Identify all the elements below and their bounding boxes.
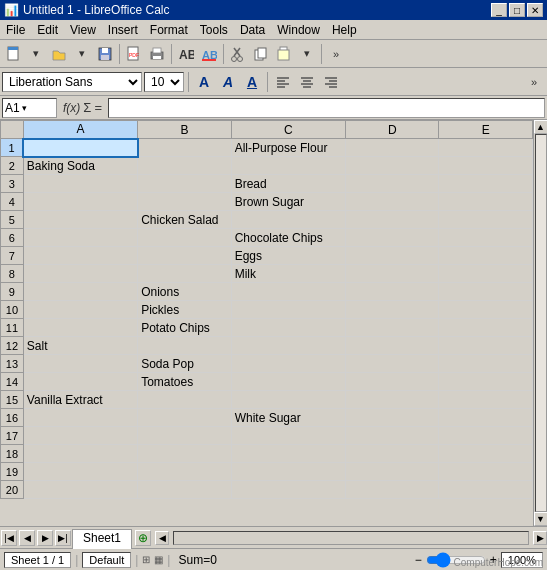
cell-e15[interactable]	[439, 391, 533, 409]
cell-e2[interactable]	[439, 157, 533, 175]
cell-b3[interactable]	[138, 175, 232, 193]
row-header-9[interactable]: 9	[1, 283, 24, 301]
cell-c4[interactable]: Brown Sugar	[231, 193, 345, 211]
cell-e20[interactable]	[439, 481, 533, 499]
new-button[interactable]	[2, 43, 24, 65]
row-header-7[interactable]: 7	[1, 247, 24, 265]
row-header-4[interactable]: 4	[1, 193, 24, 211]
copy-button[interactable]	[250, 43, 272, 65]
menu-view[interactable]: View	[64, 21, 102, 39]
open-dropdown[interactable]: ▾	[71, 43, 93, 65]
menu-tools[interactable]: Tools	[194, 21, 234, 39]
row-header-11[interactable]: 11	[1, 319, 24, 337]
cell-d9[interactable]	[345, 283, 439, 301]
save-button[interactable]	[94, 43, 116, 65]
cell-e11[interactable]	[439, 319, 533, 337]
cell-c5[interactable]	[231, 211, 345, 229]
cell-e14[interactable]	[439, 373, 533, 391]
align-left-button[interactable]	[272, 71, 294, 93]
cell-e16[interactable]	[439, 409, 533, 427]
cell-b7[interactable]	[138, 247, 232, 265]
row-header-5[interactable]: 5	[1, 211, 24, 229]
row-header-13[interactable]: 13	[1, 355, 24, 373]
cell-c1[interactable]: All-Purpose Flour	[231, 139, 345, 157]
row-header-1[interactable]: 1	[1, 139, 24, 157]
sheet-nav-prev[interactable]: ◀	[19, 530, 35, 546]
cell-b10[interactable]: Pickles	[138, 301, 232, 319]
cell-d5[interactable]	[345, 211, 439, 229]
minimize-button[interactable]: _	[491, 3, 507, 17]
cell-d12[interactable]	[345, 337, 439, 355]
cell-c14[interactable]	[231, 373, 345, 391]
cell-a7[interactable]	[23, 247, 137, 265]
row-header-20[interactable]: 20	[1, 481, 24, 499]
row-header-15[interactable]: 15	[1, 391, 24, 409]
cell-b15[interactable]	[138, 391, 232, 409]
cell-ref-arrow[interactable]: ▾	[22, 103, 27, 113]
cell-d10[interactable]	[345, 301, 439, 319]
col-header-e[interactable]: E	[439, 121, 533, 139]
row-header-6[interactable]: 6	[1, 229, 24, 247]
scroll-h-right[interactable]: ▶	[533, 531, 547, 545]
scroll-up-button[interactable]: ▲	[534, 120, 548, 134]
row-header-17[interactable]: 17	[1, 427, 24, 445]
paste-button[interactable]	[273, 43, 295, 65]
row-header-19[interactable]: 19	[1, 463, 24, 481]
cell-b17[interactable]	[138, 427, 232, 445]
close-button[interactable]: ✕	[527, 3, 543, 17]
cell-e18[interactable]	[439, 445, 533, 463]
add-sheet-button[interactable]: ⊕	[135, 530, 151, 546]
menu-window[interactable]: Window	[271, 21, 326, 39]
formula-input[interactable]	[108, 98, 545, 118]
cell-b13[interactable]: Soda Pop	[138, 355, 232, 373]
cell-b5[interactable]: Chicken Salad	[138, 211, 232, 229]
cell-b9[interactable]: Onions	[138, 283, 232, 301]
cell-a12[interactable]: Salt	[23, 337, 137, 355]
menu-edit[interactable]: Edit	[31, 21, 64, 39]
bold-button[interactable]: A	[193, 71, 215, 93]
cell-b14[interactable]: Tomatoes	[138, 373, 232, 391]
cell-e17[interactable]	[439, 427, 533, 445]
align-right-button[interactable]	[320, 71, 342, 93]
cell-d4[interactable]	[345, 193, 439, 211]
scroll-h-left[interactable]: ◀	[155, 531, 169, 545]
cell-d16[interactable]	[345, 409, 439, 427]
row-header-12[interactable]: 12	[1, 337, 24, 355]
cell-e4[interactable]	[439, 193, 533, 211]
paste-dropdown[interactable]: ▾	[296, 43, 318, 65]
cell-c11[interactable]	[231, 319, 345, 337]
row-header-16[interactable]: 16	[1, 409, 24, 427]
scroll-down-button[interactable]: ▼	[534, 512, 548, 526]
row-header-14[interactable]: 14	[1, 373, 24, 391]
cell-d13[interactable]	[345, 355, 439, 373]
align-center-button[interactable]	[296, 71, 318, 93]
cell-c10[interactable]	[231, 301, 345, 319]
cell-reference-box[interactable]: A1 ▾	[2, 98, 57, 118]
cell-c19[interactable]	[231, 463, 345, 481]
cell-d8[interactable]	[345, 265, 439, 283]
cell-e7[interactable]	[439, 247, 533, 265]
cell-b12[interactable]	[138, 337, 232, 355]
cell-c9[interactable]	[231, 283, 345, 301]
cell-c7[interactable]: Eggs	[231, 247, 345, 265]
italic-button[interactable]: A	[217, 71, 239, 93]
sigma-icon[interactable]: Σ	[83, 100, 91, 115]
cell-d11[interactable]	[345, 319, 439, 337]
cell-e5[interactable]	[439, 211, 533, 229]
cell-a13[interactable]	[23, 355, 137, 373]
zoom-out-icon[interactable]: −	[415, 553, 422, 567]
cell-e12[interactable]	[439, 337, 533, 355]
cell-d15[interactable]	[345, 391, 439, 409]
cell-a9[interactable]	[23, 283, 137, 301]
cell-d2[interactable]	[345, 157, 439, 175]
scroll-track-v[interactable]	[535, 134, 547, 512]
cut-button[interactable]	[227, 43, 249, 65]
cell-e8[interactable]	[439, 265, 533, 283]
cell-c18[interactable]	[231, 445, 345, 463]
cell-c3[interactable]: Bread	[231, 175, 345, 193]
autocorrect-button[interactable]: ABC	[198, 43, 220, 65]
font-name-select[interactable]: Liberation Sans	[2, 72, 142, 92]
cell-b6[interactable]	[138, 229, 232, 247]
cell-e3[interactable]	[439, 175, 533, 193]
col-header-c[interactable]: C	[231, 121, 345, 139]
